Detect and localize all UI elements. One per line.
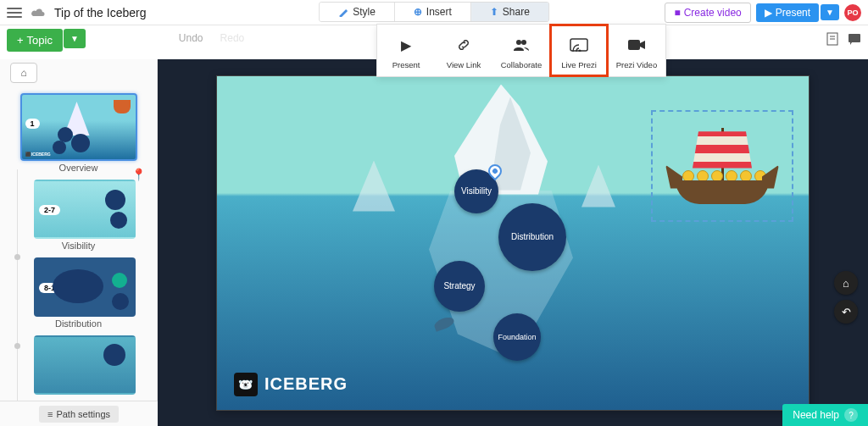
share-prezi-video-label: Prezi Video — [611, 60, 662, 69]
tab-insert-label: Insert — [426, 6, 452, 18]
bubble-visibility[interactable]: Visibility — [454, 169, 498, 213]
add-topic-button[interactable]: + Topic — [7, 29, 63, 52]
svg-rect-8 — [849, 34, 860, 42]
ship-selection-box[interactable] — [651, 110, 793, 222]
bottom-bar: ≡ Path settings — [0, 401, 158, 426]
topic-label: Topic — [27, 34, 53, 47]
share-view-link-label: View Link — [438, 60, 489, 69]
path-icon: ≡ — [47, 409, 53, 419]
share-present-label: Present — [381, 60, 431, 69]
share-live-prezi[interactable]: Live Prezi — [550, 25, 608, 76]
bubble-strategy[interactable]: Strategy — [434, 261, 485, 312]
share-collaborate[interactable]: Collaborate — [492, 25, 550, 76]
wand-icon — [338, 7, 348, 17]
broadcast-icon — [554, 35, 604, 55]
logo-square-icon: 🐻‍❄️ — [234, 373, 258, 396]
comments-icon[interactable] — [848, 32, 861, 46]
video-camera-icon: ■ — [674, 7, 680, 19]
share-prezi-video[interactable]: Prezi Video — [608, 25, 665, 76]
bubble-foundation-label: Foundation — [498, 333, 536, 341]
top-bar: Tip of the Iceberg Style ⊕ Insert ⬆ Shar… — [0, 0, 868, 25]
notes-icon[interactable] — [826, 32, 839, 46]
tab-insert[interactable]: ⊕ Insert — [395, 3, 471, 21]
need-help-button[interactable]: Need help ? — [782, 404, 868, 426]
path-settings-button[interactable]: ≡ Path settings — [39, 406, 119, 423]
tab-style[interactable]: Style — [320, 3, 395, 21]
thumb-overview[interactable]: 1 ⬛ ICEBERG — [20, 93, 137, 161]
thumb-visibility[interactable]: 2-7 — [34, 180, 136, 239]
upload-icon: ⬆ — [490, 6, 498, 18]
thumb-visibility-label: Visibility — [10, 241, 147, 251]
bubble-foundation[interactable]: Foundation — [493, 313, 541, 361]
tab-share-label: Share — [503, 6, 530, 18]
home-view-button[interactable]: ⌂ — [834, 271, 858, 295]
small-iceberg-icon — [581, 165, 615, 207]
thumb-overview-label: Overview — [10, 163, 147, 173]
thumb-badge: 2-7 — [39, 205, 60, 215]
share-collaborate-label: Collaborate — [496, 60, 547, 69]
canvas-float-buttons: ⌂ ↶ — [834, 271, 858, 324]
need-help-label: Need help — [793, 409, 839, 421]
redo-button[interactable]: Redo — [220, 32, 245, 44]
topic-dropdown[interactable]: ▼ — [64, 29, 86, 48]
iceberg-logo: 🐻‍❄️ ICEBERG — [234, 373, 348, 396]
thumb-badge: 1 — [25, 119, 40, 129]
presentation-canvas[interactable]: Visibility Distribution Strategy Foundat… — [216, 75, 810, 411]
thumb-distribution-label: Distribution — [10, 318, 147, 329]
top-right-actions: ■ Create video ▶ Present ▼ PO — [665, 3, 861, 23]
svg-point-1 — [521, 40, 526, 45]
path-settings-label: Path settings — [56, 409, 110, 419]
create-video-button[interactable]: ■ Create video — [665, 3, 750, 23]
user-avatar[interactable]: PO — [844, 4, 861, 21]
canvas-area: Visibility Distribution Strategy Foundat… — [158, 59, 868, 426]
ship-mini-icon — [114, 100, 131, 113]
undo-button[interactable]: Undo — [179, 32, 203, 44]
home-button[interactable]: ⌂ — [10, 63, 37, 83]
slide-panel: ⌂ 1 ⬛ ICEBERG Overview 📍 2-7 Visibility … — [0, 59, 158, 401]
tab-style-label: Style — [353, 6, 376, 18]
svg-point-0 — [516, 40, 521, 45]
thumb-distribution[interactable]: 8-15 — [34, 257, 136, 317]
bubble-visibility-label: Visibility — [461, 186, 492, 196]
share-live-prezi-label: Live Prezi — [554, 60, 604, 69]
play-icon: ▶ — [381, 35, 431, 55]
create-video-label: Create video — [684, 7, 742, 19]
bubble-strategy-label: Strategy — [443, 281, 475, 290]
presentation-title[interactable]: Tip of the Iceberg — [54, 6, 146, 19]
timeline-dot — [14, 343, 20, 349]
timeline-line — [17, 169, 18, 401]
link-icon — [438, 35, 489, 55]
canvas-tools — [826, 32, 861, 46]
small-iceberg-icon — [353, 161, 395, 212]
back-button[interactable]: ↶ — [834, 300, 858, 324]
plus-icon: + — [17, 34, 24, 47]
bubble-distribution[interactable]: Distribution — [498, 203, 566, 271]
share-present[interactable]: ▶ Present — [377, 25, 435, 76]
play-icon: ▶ — [765, 7, 772, 19]
share-dropdown-menu: ▶ Present View Link Collaborate Live Pre… — [376, 24, 666, 77]
viking-ship-icon — [676, 128, 769, 204]
thumb-partial[interactable] — [34, 335, 136, 395]
share-view-link[interactable]: View Link — [435, 25, 492, 76]
help-icon: ? — [844, 408, 858, 422]
cloud-sync-icon[interactable] — [31, 8, 46, 18]
logo-text: ICEBERG — [264, 374, 348, 394]
present-button[interactable]: ▶ Present — [756, 3, 819, 22]
svg-rect-4 — [628, 40, 640, 50]
video-icon — [611, 35, 662, 55]
timeline-dot — [14, 254, 20, 260]
mode-tabs: Style ⊕ Insert ⬆ Share — [319, 2, 549, 22]
bubble-distribution-label: Distribution — [511, 232, 554, 241]
present-label: Present — [776, 7, 810, 19]
tab-share[interactable]: ⬆ Share — [471, 3, 548, 21]
menu-icon[interactable] — [7, 8, 22, 18]
plus-icon: ⊕ — [414, 6, 422, 18]
people-icon — [496, 35, 547, 55]
present-dropdown[interactable]: ▼ — [821, 4, 839, 20]
undo-redo-group: Undo Redo — [179, 32, 244, 44]
